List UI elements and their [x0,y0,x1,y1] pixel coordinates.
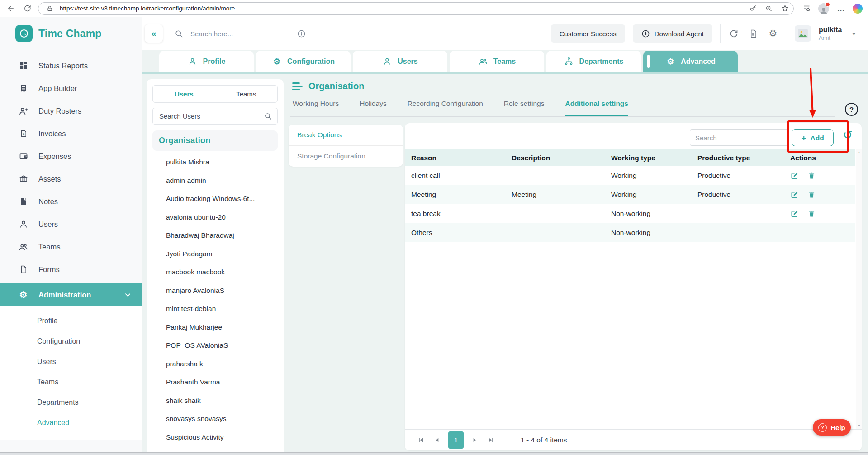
favorite-star-icon[interactable] [779,3,791,14]
column-header-working-type[interactable]: Working type [611,154,697,162]
user-list-item[interactable]: snovasys snovasys [151,410,279,428]
tab-advanced[interactable]: ⚙ Advanced [643,51,738,72]
copilot-icon[interactable] [853,4,863,14]
settings-gear-icon[interactable]: ⚙ [767,28,779,39]
edit-icon[interactable] [790,190,799,199]
reset-icon[interactable]: ↺ [843,129,853,141]
sidebar-item-duty-rosters[interactable]: Duty Rosters [0,100,142,122]
column-header-description[interactable]: Description [512,154,611,162]
browser-profile-avatar[interactable] [818,3,829,14]
edit-icon[interactable] [790,209,799,218]
edit-icon[interactable] [790,171,799,180]
browser-menu-icon[interactable]: … [835,3,846,14]
table-scrollbar[interactable]: ▲ ▼ [856,149,862,429]
table-row[interactable]: Meeting Meeting Working Productive [405,185,855,204]
user-list-item[interactable]: mint test-debian [151,300,279,318]
organisation-group-header[interactable]: Organisation [152,130,278,151]
user-list-item[interactable]: Suspicious Activity [151,428,279,447]
sidebar-item-administration[interactable]: ⚙ Administration [0,283,142,306]
sidebar-item-notes[interactable]: Notes [0,190,142,213]
menu-item-break-options[interactable]: Break Options [289,125,403,145]
subtab-holidays[interactable]: Holidays [360,100,386,116]
scroll-down-icon[interactable]: ▼ [857,424,861,428]
page-number-button[interactable]: 1 [448,431,464,449]
sidebar-item-forms[interactable]: Forms [0,258,142,281]
browser-refresh-icon[interactable] [22,3,33,14]
user-list-item[interactable]: shaik shaik [151,392,279,410]
last-page-icon[interactable] [484,433,498,447]
user-menu-caret-icon[interactable]: ▾ [852,30,855,37]
sidebar-item-app-builder[interactable]: App Builder [0,77,142,100]
submenu-item-advanced[interactable]: Advanced [0,412,142,433]
search-users-input[interactable] [158,112,261,120]
scroll-up-icon[interactable]: ▲ [857,150,861,154]
sidebar-item-teams[interactable]: Teams [0,235,142,258]
subtab-recording-configuration[interactable]: Recording Configuration [408,100,483,116]
column-header-actions[interactable]: Actions [790,154,816,162]
toggle-teams[interactable]: Teams [215,86,278,102]
previous-page-icon[interactable] [430,433,445,447]
subtab-additional-settings[interactable]: Additional settings [565,100,628,116]
delete-icon[interactable] [807,190,816,199]
user-list-item[interactable]: manjaro AvaloniaS [151,282,279,300]
collections-icon[interactable] [801,3,812,14]
first-page-icon[interactable] [414,433,428,447]
subtab-working-hours[interactable]: Working Hours [293,100,339,116]
tab-users[interactable]: Users [353,51,447,72]
sidebar-item-invoices[interactable]: $ Invoices [0,122,142,145]
user-list-item[interactable]: Audio tracking Windows-6t... [151,190,279,208]
sidebar-item-expenses[interactable]: Expenses [0,145,142,168]
submenu-item-departments[interactable]: Departments [0,392,142,412]
submenu-item-profile[interactable]: Profile [0,311,142,331]
tab-teams[interactable]: Teams [450,51,544,72]
table-row[interactable]: Others Non-working [405,223,855,242]
delete-icon[interactable] [807,171,816,180]
browser-address-bar[interactable]: https://test-site.v3.timechamp.io/tracke… [38,2,794,15]
submenu-item-configuration[interactable]: Configuration [0,331,142,351]
help-question-icon[interactable]: ? [845,103,858,116]
user-list-item[interactable]: macbook macbook [151,263,279,282]
global-search-input[interactable] [190,29,291,38]
tab-profile[interactable]: Profile [159,51,254,72]
sync-icon[interactable] [728,28,740,39]
search-info-icon[interactable] [297,29,306,38]
table-search-input[interactable] [690,129,788,146]
customer-success-button[interactable]: Customer Success [551,24,625,43]
sidebar-item-users[interactable]: Users [0,213,142,235]
user-list-item[interactable]: pulkita Mishra [151,153,279,172]
next-page-icon[interactable] [467,433,482,447]
table-row[interactable]: client call Working Productive [405,166,855,185]
report-document-icon[interactable] [748,28,759,39]
download-agent-button[interactable]: Download Agent [633,24,712,43]
search-users-box[interactable] [152,108,278,125]
browser-back-icon[interactable] [5,3,16,14]
zoom-icon[interactable] [763,3,775,14]
user-list-item[interactable]: Pankaj Mukharjee [151,318,279,337]
user-list-item[interactable]: praharsha k [151,355,279,374]
subtab-role-settings[interactable]: Role settings [504,100,545,116]
user-list-item[interactable]: POP_OS AValoniaS [151,336,279,355]
column-header-reason[interactable]: Reason [411,154,512,162]
user-avatar[interactable] [795,25,811,42]
toggle-users[interactable]: Users [153,86,215,102]
submenu-item-users[interactable]: Users [0,351,142,372]
tab-configuration[interactable]: ⚙ Configuration [256,51,351,72]
user-list-item[interactable]: avalonia ubuntu-20 [151,208,279,227]
user-block[interactable]: pulkita Amit [819,25,842,42]
user-list-item[interactable]: Bharadwaj Bharadwaj [151,226,279,245]
user-list-item[interactable]: admin admin [151,172,279,190]
column-header-productive-type[interactable]: Productive type [697,154,790,162]
password-key-icon[interactable] [747,3,759,14]
tab-departments[interactable]: Departments [546,51,641,72]
sidebar-collapse-button[interactable]: « [145,24,163,43]
delete-icon[interactable] [807,209,816,218]
help-button[interactable]: ? Help [813,419,851,436]
user-list-item[interactable]: Prashanth Varma [151,373,279,392]
table-row[interactable]: tea break Non-working [405,204,855,223]
sidebar-item-assets[interactable]: Assets [0,168,142,190]
global-search[interactable] [175,29,306,38]
submenu-item-teams[interactable]: Teams [0,372,142,392]
menu-item-storage-configuration[interactable]: Storage Configuration [289,146,403,167]
user-list-item[interactable]: Jyoti Padagam [151,245,279,263]
sidebar-item-status-reports[interactable]: Status Reports [0,54,142,77]
